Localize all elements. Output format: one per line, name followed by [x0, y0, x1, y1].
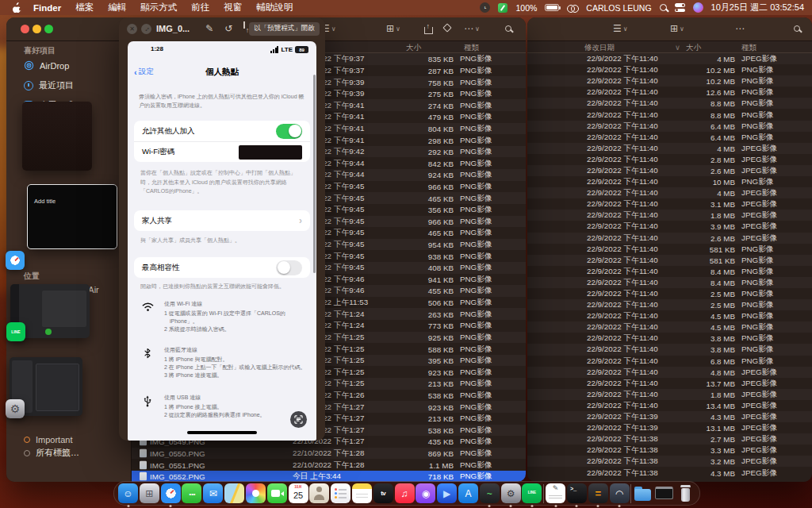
reminders-icon[interactable] [331, 483, 350, 503]
file-row[interactable]: 22/9/2022 下午11:40 8.4 MB PNG影像 [527, 277, 812, 288]
file-row[interactable]: 22/9/2022 下午11:40 4 MB JPEG影像 [527, 143, 812, 154]
file-row[interactable]: 22/9/2022 下午11:40 8.4 MB PNG影像 [527, 266, 812, 277]
menu-item-file[interactable]: 檔案 [68, 2, 101, 13]
menu-item-finder[interactable]: Finder [26, 3, 68, 13]
file-row[interactable]: 22/9/2022 下午11:40 581 KB PNG影像 [527, 255, 812, 266]
more-options-icon[interactable]: ⋯ [735, 23, 745, 34]
file-row[interactable]: 22/9/2022 下午11:40 13.7 MB JPEG影像 [527, 378, 812, 389]
open-in-preview-button[interactable]: 以「預覽程式」開啟 [249, 22, 320, 36]
file-row[interactable]: 22/9/2022 下午11:40 8.8 MB PNG影像 [527, 98, 812, 109]
trash-icon[interactable] [676, 483, 695, 503]
search-icon[interactable] [794, 25, 800, 32]
file-row[interactable]: IMG_0552.PNG 今日 上午3:44 718 KB PNG影像 [132, 471, 526, 482]
file-row[interactable]: 22/9/2022 下午11:40 6.4 MB PNG影像 [527, 132, 812, 143]
sidebar-item-airdrop[interactable]: AirDrop [24, 60, 69, 71]
minimized-window-icon[interactable] [654, 483, 674, 503]
menu-item-edit[interactable]: 編輯 [101, 2, 133, 13]
sidebar-item-recents[interactable]: 最近項目 [24, 79, 74, 91]
group-icon[interactable]: ⊞∨ [386, 23, 400, 34]
user-name[interactable]: CARLOS LEUNG [586, 3, 651, 13]
column-header-kind[interactable]: 種類 [741, 43, 756, 53]
column-header-date[interactable]: 修改日期 [584, 43, 615, 53]
photos-icon[interactable] [246, 483, 266, 503]
finder-icon[interactable]: ☺ [118, 483, 138, 503]
tv-icon[interactable]: tv [373, 483, 393, 503]
menu-bar-clock[interactable]: 10月25日 週二 03:52:54 [711, 2, 804, 13]
file-row[interactable]: 22/9/2022 下午11:40 10.2 MB PNG影像 [527, 75, 812, 87]
close-icon[interactable]: ✕ [127, 24, 137, 34]
calendar-icon[interactable]: 25 [289, 483, 308, 503]
sidebar-item-all-tags[interactable]: 所有標籤… [24, 447, 79, 459]
scrollbar[interactable] [313, 75, 316, 273]
dock-divider[interactable] [543, 484, 544, 503]
window-thumbnail-add-title[interactable]: Add title [27, 184, 117, 249]
downloads-folder-icon[interactable] [633, 483, 653, 503]
tag-icon[interactable] [444, 23, 450, 31]
file-row[interactable]: 22/9/2022 下午11:39 4.3 MB JPEG影像 [527, 411, 812, 422]
file-row[interactable]: 22/9/2022 下午11:40 3.8 MB PNG影像 [527, 344, 812, 355]
file-row[interactable]: 22/9/2022 下午11:40 4.5 MB PNG影像 [527, 310, 812, 321]
messages-icon[interactable]: ... [182, 483, 201, 503]
file-row[interactable]: 22/9/2022 下午11:40 4 MB JPEG影像 [527, 187, 812, 198]
file-row[interactable]: 22/9/2022 下午11:40 6.4 MB PNG影像 [527, 121, 812, 132]
menu-item-view[interactable]: 顯示方式 [133, 2, 184, 13]
window-thumbnail-1[interactable] [22, 102, 92, 171]
settings-icon[interactable]: ⚙ [501, 483, 521, 503]
file-row[interactable]: 22/9/2022 下午11:38 3.2 MB JPEG影像 [527, 456, 812, 467]
settings-icon[interactable]: ⚙ [6, 399, 25, 418]
file-row[interactable]: 22/9/2022 下午11:40 3.9 MB JPEG影像 [527, 221, 812, 232]
fullscreen-icon[interactable]: ↔ [141, 24, 151, 34]
activity-monitor-icon[interactable]: ~ [480, 483, 500, 503]
control-center-icon[interactable] [675, 3, 685, 12]
file-row[interactable]: 22/9/2022 下午11:40 6.8 MB PNG影像 [527, 356, 812, 367]
minimize-button[interactable] [33, 25, 41, 33]
green-app-icon[interactable] [498, 3, 508, 13]
file-row[interactable]: 22/9/2022 下午11:40 2.6 MB JPEG影像 [527, 165, 812, 176]
file-row[interactable]: 22/9/2022 下午11:38 3.3 MB JPEG影像 [527, 444, 812, 456]
grapher-icon[interactable]: ◠ [610, 483, 630, 503]
maps-icon[interactable] [224, 483, 244, 503]
notes-icon[interactable] [352, 483, 372, 503]
file-row[interactable]: 22/9/2022 下午11:40 10 MB PNG影像 [527, 176, 812, 187]
calculator-icon[interactable]: = [588, 483, 608, 503]
rotate-icon[interactable]: ↺ [224, 23, 232, 34]
launchpad-icon[interactable]: ⊞ [140, 483, 159, 503]
file-row[interactable]: 22/9/2022 下午11:40 2.8 MB JPEG影像 [527, 154, 812, 165]
menu-item-window[interactable]: 視窗 [216, 2, 249, 13]
line-icon[interactable]: LINE [6, 322, 25, 341]
file-row[interactable]: 22/9/2022 下午11:40 4.8 MB JPEG影像 [527, 367, 812, 378]
podcasts-icon[interactable]: ◉ [416, 483, 435, 503]
battery-icon[interactable] [545, 4, 559, 11]
file-row[interactable]: IMG_0551.PNG 22/10/2022 下午1:28 1.1 MB PN… [132, 459, 526, 471]
file-row[interactable]: 22/9/2022 下午11:40 2.5 MB PNG影像 [527, 288, 812, 299]
video-player-icon[interactable]: ▶ [437, 483, 457, 503]
menu-item-help[interactable]: 輔助說明 [249, 2, 300, 13]
personal-hotspot-icon[interactable] [567, 3, 578, 13]
file-row[interactable]: 22/9/2022 下午11:40 4.5 MB PNG影像 [527, 321, 812, 333]
sort-chevron-icon[interactable]: ∨ [675, 43, 680, 52]
mail-icon[interactable]: ✉ [203, 483, 223, 503]
appstore-icon[interactable]: A [458, 483, 478, 503]
contacts-icon[interactable] [309, 483, 329, 503]
file-row[interactable]: 22/9/2022 下午11:40 3.1 MB JPEG影像 [527, 198, 812, 210]
safari-icon[interactable] [161, 483, 181, 503]
file-row[interactable]: 22/9/2022 下午11:40 8.8 MB PNG影像 [527, 109, 812, 120]
list-view-icon[interactable]: ☰∨ [613, 23, 628, 34]
more-options-icon[interactable]: ⋯∨ [464, 23, 480, 34]
file-row[interactable]: 22/9/2022 下午11:40 1.8 MB JPEG影像 [527, 389, 812, 400]
file-row[interactable]: 22/9/2022 下午11:40 3.8 MB PNG影像 [527, 333, 812, 344]
music-icon[interactable]: ♫ [395, 483, 415, 503]
file-row[interactable]: 22/9/2022 下午11:40 581 KB PNG影像 [527, 244, 812, 255]
line-icon[interactable]: LINE [522, 483, 542, 503]
share-icon[interactable] [424, 25, 433, 34]
file-row[interactable]: 22/9/2022 下午11:40 13.4 MB JPEG影像 [527, 400, 812, 411]
file-row[interactable]: 22/9/2022 下午11:40 2.5 MB PNG影像 [527, 299, 812, 310]
search-icon[interactable] [505, 25, 511, 32]
safari-icon[interactable] [6, 251, 25, 270]
apple-menu-icon[interactable] [8, 2, 26, 13]
file-row[interactable]: 22/9/2022 下午11:40 4 MB JPEG影像 [527, 53, 812, 64]
file-row[interactable]: 22/9/2022 下午11:40 1.8 MB JPEG影像 [527, 210, 812, 221]
live-text-button[interactable] [290, 411, 307, 428]
facetime-icon[interactable] [267, 483, 287, 503]
file-row[interactable]: IMG_0550.PNG 22/10/2022 下午1:28 869 KB PN… [132, 448, 526, 460]
